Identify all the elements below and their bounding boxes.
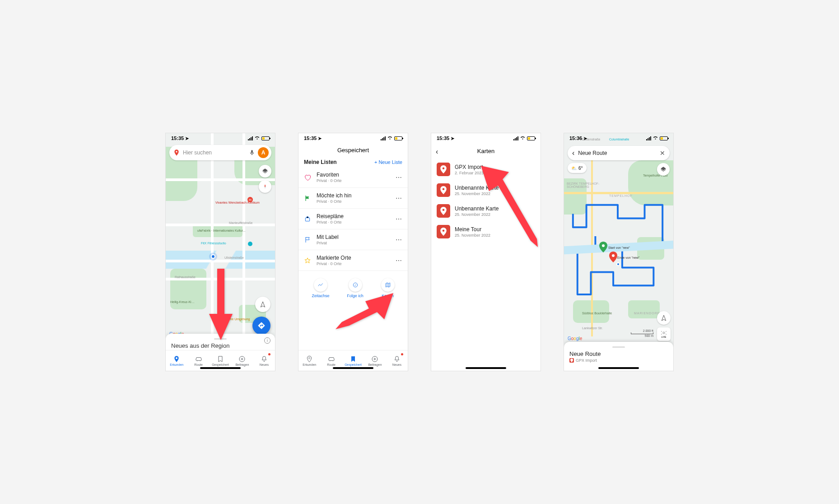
map-scale: 2.000 ft 500 m	[631, 329, 653, 337]
tutorial-arrow	[336, 293, 394, 329]
svg-point-0	[248, 242, 252, 246]
new-list-button[interactable]: + Neue Liste	[374, 159, 402, 165]
home-indicator[interactable]	[598, 367, 639, 369]
live-icon	[660, 330, 667, 336]
signal-icon	[248, 136, 253, 140]
start-marker	[599, 242, 607, 252]
nav-label: Gespeichert	[212, 363, 229, 366]
status-time: 15:35	[171, 135, 184, 141]
list-title: Favoriten	[317, 172, 390, 178]
layers-button[interactable]	[657, 163, 670, 176]
list-item[interactable]: Mit LabelPrivat ⋯	[298, 229, 408, 250]
list-item[interactable]: Möchte ich hinPrivat · 0 Orte ⋯	[298, 188, 408, 209]
notification-dot	[401, 353, 403, 355]
list-item[interactable]: FavoritenPrivat · 0 Orte ⋯	[298, 167, 408, 188]
nav-updates[interactable]: Neues	[386, 350, 408, 371]
list-title: Möchte ich hin	[317, 192, 390, 199]
svg-point-7	[309, 357, 310, 359]
navigation-arrow-icon	[259, 301, 266, 308]
map-title: GPX Import	[455, 164, 484, 170]
current-location-dot	[211, 254, 215, 259]
profile-avatar[interactable]: A	[258, 147, 269, 158]
nav-explore[interactable]: Erkunden	[298, 350, 320, 371]
search-label: Neue Route	[578, 150, 656, 156]
heart-icon	[304, 174, 311, 181]
timeline-icon	[317, 282, 324, 288]
recenter-button[interactable]	[657, 311, 671, 325]
pin-icon	[173, 355, 180, 363]
wifi-icon	[254, 135, 260, 141]
car-icon	[195, 355, 202, 363]
more-button[interactable]: ⋯	[396, 195, 402, 202]
poi-ufa-label: ufaFabrik · Internationales Kultur...	[197, 229, 246, 233]
screen-3-maps-list: 15:35➤ ‹ Karten GPX Import2. Februar 202…	[431, 133, 541, 371]
nav-label: Neues	[260, 363, 269, 366]
route-title: Neue Route	[569, 350, 668, 357]
recenter-button[interactable]	[255, 297, 270, 312]
more-button[interactable]: ⋯	[396, 174, 402, 181]
svg-point-14	[612, 254, 615, 257]
compass-button[interactable]	[259, 180, 271, 193]
nav-explore[interactable]: Erkunden	[166, 350, 187, 371]
battery-icon	[394, 136, 402, 140]
search-bar[interactable]: Hier suchen A	[169, 145, 271, 160]
timeline-button[interactable]: Zeitachse	[312, 278, 329, 298]
star-icon	[304, 257, 311, 264]
weather-icon: ⛅	[571, 166, 577, 171]
end-marker	[609, 252, 617, 262]
district-bezirk: BEZIRK TEMPELHOF-SCHÖNEBERG	[567, 182, 607, 188]
notification-dot	[268, 353, 270, 355]
more-button[interactable]: ⋯	[396, 215, 402, 223]
layers-icon	[660, 166, 667, 173]
nav-label: Erkunden	[170, 363, 183, 366]
route-bottom-sheet[interactable]: Neue Route GPX Import	[564, 342, 673, 371]
wifi-icon	[520, 135, 526, 141]
info-icon[interactable]: i	[264, 337, 270, 344]
temperature: 6°	[578, 166, 583, 171]
signal-icon	[513, 136, 518, 140]
search-placeholder: Hier suchen	[183, 149, 246, 156]
street-lankwitz: Lankwitzer Str.	[582, 327, 603, 330]
list-item[interactable]: Markierte OrtePrivat · 0 Orte ⋯	[298, 250, 408, 271]
microphone-icon[interactable]	[249, 149, 255, 156]
directions-fab[interactable]	[252, 317, 270, 335]
live-view-button[interactable]: LIVE	[657, 327, 671, 341]
poi-heilig-label: Heilig-Kreuz-Ki…	[170, 300, 195, 304]
bell-icon	[261, 355, 268, 363]
more-button[interactable]: ⋯	[396, 257, 402, 264]
status-bar: 15:35➤	[298, 133, 408, 143]
close-button[interactable]: ✕	[660, 149, 665, 157]
google-maps-pin-icon	[173, 149, 180, 156]
home-indicator[interactable]	[333, 367, 373, 369]
suitcase-icon	[304, 215, 311, 223]
home-indicator[interactable]	[466, 367, 506, 369]
layers-button[interactable]	[259, 165, 271, 177]
screen-2-saved: 15:35➤ Gespeichert Meine Listen + Neue L…	[298, 133, 408, 371]
street-manteuffel: Manteuffelstraße	[229, 221, 252, 225]
map-badge-icon	[569, 358, 574, 363]
screen-1-explore: Vivantes Wenckebach-Klinikum ufaFabrik ·…	[165, 133, 275, 371]
map-pin-icon	[437, 163, 450, 176]
current-location-dot	[616, 262, 620, 266]
back-icon[interactable]: ‹	[572, 149, 574, 157]
plus-circle-icon	[371, 355, 378, 363]
sheet-handle[interactable]	[612, 346, 625, 348]
back-button[interactable]: ‹	[436, 148, 438, 156]
home-indicator[interactable]	[200, 367, 241, 369]
flag-icon	[304, 195, 311, 202]
navigation-arrow-icon	[660, 314, 667, 322]
map-date: 2. Februar 2023	[455, 171, 484, 175]
list-title: Markierte Orte	[317, 255, 390, 261]
directions-icon	[257, 322, 266, 330]
list-item[interactable]: ReiseplänePrivat · 0 Orte ⋯	[298, 209, 408, 229]
page-title: Gespeichert	[298, 143, 408, 159]
wifi-icon	[653, 135, 658, 141]
nav-label: Beitragen	[235, 363, 249, 366]
nav-updates[interactable]: Neues	[253, 350, 275, 371]
weather-chip[interactable]: ⛅ 6°	[568, 163, 587, 173]
svg-point-11	[443, 209, 445, 211]
more-button[interactable]: ⋯	[396, 236, 402, 243]
poi-fitx-pin	[247, 241, 253, 247]
svg-point-15	[663, 332, 665, 334]
route-search-bar[interactable]: ‹ Neue Route ✕	[568, 146, 670, 160]
